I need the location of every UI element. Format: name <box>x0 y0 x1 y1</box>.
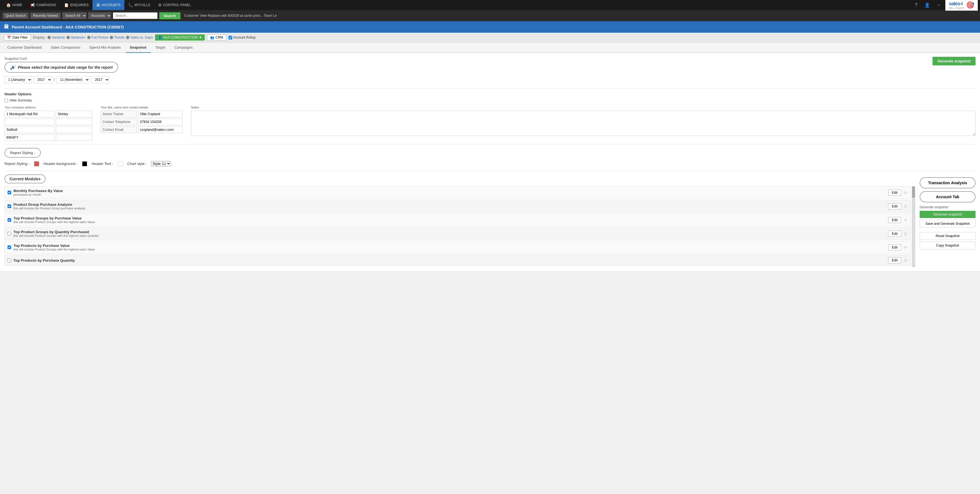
nav-accounts[interactable]: 🏛 ACCOUNTS <box>92 0 124 10</box>
tab-navigation: Customer Dashboard Sales Comparison Spen… <box>0 43 980 53</box>
module-edit-btn-3[interactable]: Edit <box>888 217 901 223</box>
hide-summary-checkbox[interactable] <box>5 99 8 102</box>
tab-spend-mix-analysis[interactable]: Spend Mix Analysis <box>85 43 126 53</box>
account-icon: 🏛 <box>4 24 9 30</box>
enquiry-trends[interactable]: Trends <box>110 35 124 40</box>
module-name-2: Product Group Purchase Analysis <box>13 202 886 207</box>
save-and-generate-button[interactable]: Save and Generate Snapshot <box>920 220 975 228</box>
to-month-select[interactable]: 11 (November) <box>56 76 90 83</box>
contact-email-input[interactable] <box>100 126 137 133</box>
modules-list: Monthly Purchases By Value purchases by … <box>5 186 911 267</box>
report-color-swatch[interactable] <box>34 161 39 166</box>
generate-snapshot-top-button[interactable]: Generate snapshot <box>932 57 975 65</box>
tab-snapshot[interactable]: Snapshot <box>126 43 151 53</box>
contact-telephone-input[interactable] <box>100 118 137 125</box>
nav-mycalls[interactable]: 📞 MYCALLS <box>124 0 154 10</box>
module-edit-btn-1[interactable]: Edit <box>888 190 901 196</box>
to-year-select[interactable]: 2017 <box>91 76 110 83</box>
address-line3a[interactable] <box>5 126 55 133</box>
user-button[interactable]: 👤 <box>923 1 931 9</box>
module-checkbox-2[interactable] <box>8 204 11 208</box>
address-line4b[interactable] <box>56 134 92 141</box>
transaction-analysis-button[interactable]: Transaction Analysis <box>920 177 975 188</box>
drag-handle-6[interactable]: ⊹ <box>904 257 908 263</box>
from-month-select[interactable]: 1 (January) <box>5 76 32 83</box>
header-text-swatch[interactable] <box>118 161 123 166</box>
account-rollup-checkbox[interactable] <box>229 36 232 40</box>
help-button[interactable]: ? <box>912 1 920 9</box>
module-checkbox-5[interactable] <box>8 245 11 249</box>
module-checkbox-4[interactable] <box>8 232 11 236</box>
copy-snapshot-button[interactable]: Copy Snapshot <box>920 242 975 249</box>
sub-navigation: 📅 Date Filter Enquiry: Variance Variance… <box>0 33 980 43</box>
nav-home[interactable]: 🏠 HOME <box>2 0 26 10</box>
search-input[interactable] <box>113 12 158 19</box>
module-edit-btn-6[interactable]: Edit <box>888 257 901 263</box>
search-button[interactable]: Search <box>159 12 180 19</box>
contact-title-input[interactable] <box>100 111 137 118</box>
rs-report-styling-label: Report Styling - <box>5 162 30 166</box>
module-checkbox-1[interactable] <box>8 191 11 194</box>
module-checkbox-6[interactable] <box>8 258 11 262</box>
scrollbar[interactable] <box>912 186 915 267</box>
drag-handle-5[interactable]: ⊹ <box>904 244 908 250</box>
drag-handle-2[interactable]: ⊹ <box>904 203 908 209</box>
module-checkbox-3[interactable] <box>8 218 11 222</box>
snapshot-conf-label: Snapshot Conf <box>5 57 975 61</box>
generate-snapshot-sidebar-button[interactable]: Generate snapshot <box>920 211 975 218</box>
notes-textarea[interactable] <box>191 111 975 136</box>
enquiry-full-picture[interactable]: Full Picture <box>87 35 108 40</box>
address-line2a[interactable] <box>5 118 55 125</box>
address-row-3 <box>5 126 92 133</box>
recently-viewed-button[interactable]: Recently Viewed <box>30 13 60 19</box>
drag-handle-1[interactable]: ⊹ <box>904 190 908 196</box>
contact-label: Your title, name and contact details <box>100 106 183 109</box>
nav-enquiries[interactable]: 📋 ENQUIRIES <box>60 0 92 10</box>
accounts-select[interactable]: Accounts <box>88 12 111 19</box>
contact-telephone-val[interactable] <box>138 118 183 125</box>
logo-text: sales-i <box>949 1 964 7</box>
nav-control-panel[interactable]: ⚙ CONTROL PANEL <box>154 0 195 10</box>
address-contact-row: Your company address <box>5 106 975 141</box>
module-edit-btn-4[interactable]: Edit <box>888 231 901 237</box>
nav-campaigns[interactable]: 📢 CAMPAIGNS <box>26 0 60 10</box>
module-edit-btn-2[interactable]: Edit <box>888 203 901 209</box>
account-title-text: Parent Account Dashboard - AKA CONSTRUCT… <box>12 25 124 29</box>
header-bg-swatch[interactable] <box>82 161 87 166</box>
reset-snapshot-button[interactable]: Reset Snapshot <box>920 232 975 240</box>
address-line4a[interactable] <box>5 134 55 141</box>
drag-handle-3[interactable]: ⊹ <box>904 217 908 223</box>
module-item: Top Product Groups by Quantity Purchased… <box>5 227 911 240</box>
contact-name-input[interactable] <box>138 111 183 118</box>
chart-style-select[interactable]: Style 11 <box>151 161 171 166</box>
address-line3b[interactable] <box>56 126 92 133</box>
address-line2b[interactable] <box>56 118 92 125</box>
quick-search-button[interactable]: Quick Search <box>3 13 29 19</box>
account-dropdown[interactable]: 👤 AKA CONSTRUCTION ▼ <box>155 34 205 41</box>
crm-button[interactable]: 👥 CRM <box>207 34 226 41</box>
arrow-button[interactable]: → <box>934 1 943 9</box>
module-edit-btn-5[interactable]: Edit <box>888 244 901 250</box>
module-desc-4: this will include Product Groups with th… <box>13 234 886 237</box>
module-text-1: Monthly Purchases By Value purchases by … <box>13 189 886 196</box>
address-row-2 <box>5 118 92 125</box>
drag-handle-4[interactable]: ⊹ <box>904 231 908 237</box>
from-year-select[interactable]: 2017 <box>34 76 52 83</box>
enquiry-variance[interactable]: Variance <box>48 35 65 40</box>
enquiry-sales-vs-gaps[interactable]: Sales vs. Gaps <box>126 35 153 40</box>
enquiry-variance-plus[interactable]: Variance+ <box>67 35 86 40</box>
address-line1a[interactable] <box>5 111 55 118</box>
account-rollup[interactable]: Account Rollup <box>229 35 256 40</box>
tab-target[interactable]: Target <box>151 43 170 53</box>
tab-sales-comparison[interactable]: Sales Comparison <box>46 43 85 53</box>
hide-summary-row: Hide Summary <box>5 99 975 102</box>
rs-chart-style-label: Chart style : <box>127 162 147 166</box>
account-tab-button[interactable]: Account Tab <box>920 191 975 202</box>
search-all-select[interactable]: Search All <box>62 12 87 19</box>
contact-email-val[interactable] <box>138 126 183 133</box>
date-filter-button[interactable]: 📅 Date Filter <box>4 34 31 41</box>
address-line1b[interactable] <box>56 111 92 118</box>
tab-campaigns[interactable]: Campaigns <box>170 43 197 53</box>
tab-customer-dashboard[interactable]: Customer Dashboard <box>3 43 46 53</box>
date-range-row: 1 (January) 2017 / 11 (November) 2017 <box>5 76 975 83</box>
